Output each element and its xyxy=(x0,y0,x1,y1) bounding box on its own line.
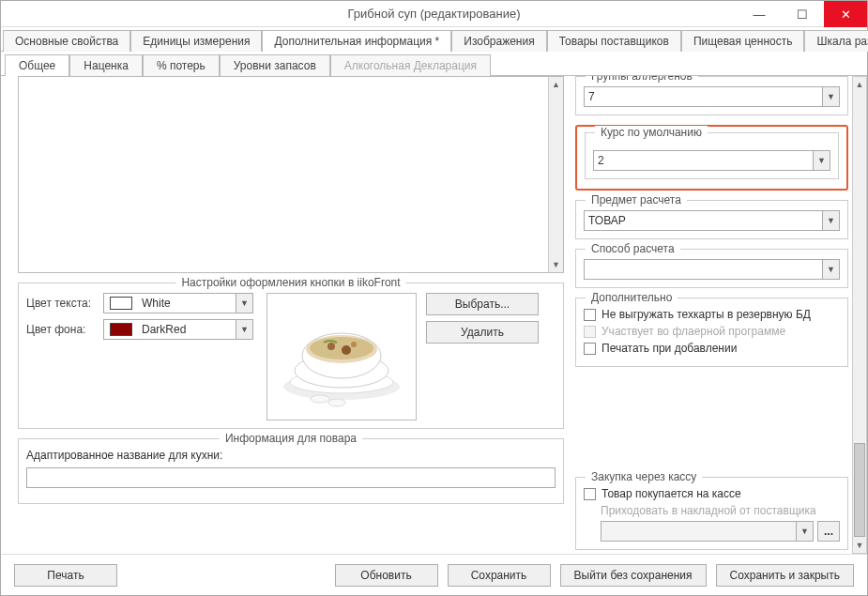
calc-subject-combo[interactable]: ТОВАР ▼ xyxy=(584,210,840,231)
bg-color-combo[interactable]: DarkRed ▼ xyxy=(103,319,253,340)
subtab-markup[interactable]: Наценка xyxy=(69,54,143,76)
calc-subject-legend: Предмет расчета xyxy=(586,193,687,206)
button-design-legend: Настройки оформления кнопки в iikoFront xyxy=(175,276,405,289)
print-button[interactable]: Печать xyxy=(14,564,117,587)
tab-nutrition[interactable]: Пищевая ценность xyxy=(681,30,805,52)
opt-pos-buy-row[interactable]: Товар покупается на кассе xyxy=(584,487,840,500)
delete-image-button[interactable]: Удалить xyxy=(426,321,539,344)
minimize-button[interactable]: — xyxy=(738,1,781,27)
bg-color-swatch xyxy=(110,323,132,336)
supplier-invoice-combo: ▼ xyxy=(601,521,814,542)
text-color-value: White xyxy=(138,297,236,310)
cook-info-legend: Информация для повара xyxy=(220,432,362,445)
save-and-close-button[interactable]: Сохранить и закрыть xyxy=(716,564,854,587)
cook-info-group: Информация для повара Адаптированное наз… xyxy=(18,438,564,504)
chevron-down-icon: ▼ xyxy=(813,151,830,170)
default-course-combo[interactable]: 2 ▼ xyxy=(593,150,830,171)
opt-print-on-add-label: Печатать при добавлении xyxy=(602,342,737,355)
text-color-label: Цвет текста: xyxy=(26,297,103,310)
choose-image-button[interactable]: Выбрать... xyxy=(426,293,539,315)
scroll-up-icon[interactable]: ▲ xyxy=(549,77,563,92)
additional-group: Дополнительно Не выгружать техкарты в ре… xyxy=(575,298,848,367)
chevron-down-icon: ▼ xyxy=(236,320,252,339)
text-color-combo[interactable]: White ▼ xyxy=(103,293,253,313)
tab-additional-info[interactable]: Дополнительная информация * xyxy=(262,30,451,52)
calc-method-legend: Способ расчета xyxy=(586,242,680,255)
page-scrollbar[interactable]: ▲ ▼ xyxy=(852,76,867,554)
chevron-down-icon: ▼ xyxy=(822,211,839,230)
sub-tabstrip: Общее Наценка % потерь Уровни запасов Ал… xyxy=(1,52,867,76)
pos-purchase-group: Закупка через кассу Товар покупается на … xyxy=(575,477,848,550)
adapted-name-input[interactable] xyxy=(26,467,556,488)
svg-point-7 xyxy=(342,345,351,355)
main-tabstrip: Основные свойства Единицы измерения Допо… xyxy=(1,27,867,52)
calc-method-combo[interactable]: ▼ xyxy=(584,259,840,280)
svg-point-9 xyxy=(311,395,329,403)
additional-legend: Дополнительно xyxy=(586,291,678,304)
allergen-groups-legend: Группы аллергенов xyxy=(586,76,698,83)
content-area: ▲ ▼ Настройки оформления кнопки в iikoFr… xyxy=(1,76,867,554)
right-column: Группы аллергенов 7 ▼ Курс по умолчанию … xyxy=(575,76,861,554)
calc-method-group: Способ расчета ▼ xyxy=(575,249,848,288)
bg-color-value: DarkRed xyxy=(138,323,236,336)
tab-images[interactable]: Изображения xyxy=(451,30,546,52)
button-design-group: Настройки оформления кнопки в iikoFront … xyxy=(18,283,564,429)
supplier-browse-button[interactable]: ... xyxy=(817,521,840,542)
footer-bar: Печать Обновить Сохранить Выйти без сохр… xyxy=(1,554,867,595)
save-button[interactable]: Сохранить xyxy=(448,564,551,587)
scroll-thumb[interactable] xyxy=(854,443,865,537)
scroll-down-icon[interactable]: ▼ xyxy=(549,257,563,272)
calc-subject-value: ТОВАР xyxy=(585,214,822,227)
opt-flyer-label: Участвует во флаерной программе xyxy=(602,325,785,338)
refresh-button[interactable]: Обновить xyxy=(335,564,438,587)
titlebar: Грибной суп (редактирование) — ☐ ✕ xyxy=(1,1,867,27)
chevron-down-icon: ▼ xyxy=(822,87,839,106)
subtab-general[interactable]: Общее xyxy=(5,54,69,76)
opt-no-export-label: Не выгружать техкарты в резервную БД xyxy=(602,308,811,321)
soup-image-icon xyxy=(271,298,412,416)
svg-point-6 xyxy=(327,343,335,350)
opt-print-on-add-row[interactable]: Печатать при добавлении xyxy=(584,342,840,355)
default-course-value: 2 xyxy=(594,154,813,167)
textarea-scrollbar[interactable]: ▲ ▼ xyxy=(548,77,563,272)
bg-color-label: Цвет фона: xyxy=(26,323,103,336)
button-preview-image xyxy=(266,293,417,420)
tab-supplier-goods[interactable]: Товары поставщиков xyxy=(547,30,681,52)
chevron-down-icon: ▼ xyxy=(822,260,839,279)
calc-subject-group: Предмет расчета ТОВАР ▼ xyxy=(575,200,848,239)
description-textarea[interactable]: ▲ ▼ xyxy=(18,76,564,273)
checkbox-icon xyxy=(584,326,596,338)
chevron-down-icon: ▼ xyxy=(236,294,252,313)
checkbox-icon[interactable] xyxy=(584,488,596,500)
allergen-groups-group: Группы аллергенов 7 ▼ xyxy=(575,76,848,115)
scroll-down-icon[interactable]: ▼ xyxy=(853,538,866,553)
checkbox-icon[interactable] xyxy=(584,309,596,321)
tab-main-props[interactable]: Основные свойства xyxy=(3,30,130,52)
allergen-groups-combo[interactable]: 7 ▼ xyxy=(584,86,840,107)
scroll-up-icon[interactable]: ▲ xyxy=(853,77,866,92)
tab-size-scale[interactable]: Шкала размеров xyxy=(804,30,868,52)
subtab-alcohol-declaration: Алкогольная Декларация xyxy=(330,54,491,76)
maximize-button[interactable]: ☐ xyxy=(781,1,824,27)
opt-pos-buy-label: Товар покупается на кассе xyxy=(602,487,741,500)
checkbox-icon[interactable] xyxy=(584,343,596,355)
left-column: ▲ ▼ Настройки оформления кнопки в iikoFr… xyxy=(18,76,564,554)
svg-point-8 xyxy=(351,342,357,347)
default-course-legend: Курс по умолчанию xyxy=(595,126,708,139)
close-button[interactable]: ✕ xyxy=(824,1,867,27)
svg-point-10 xyxy=(328,399,345,406)
opt-flyer-row: Участвует во флаерной программе xyxy=(584,325,840,338)
window-buttons: — ☐ ✕ xyxy=(738,1,867,27)
allergen-groups-value: 7 xyxy=(585,90,822,103)
default-course-highlight: Курс по умолчанию 2 ▼ xyxy=(575,125,848,191)
tab-units[interactable]: Единицы измерения xyxy=(130,30,262,52)
subtab-loss-pct[interactable]: % потерь xyxy=(143,54,220,76)
pos-purchase-legend: Закупка через кассу xyxy=(586,470,702,483)
text-color-swatch xyxy=(110,297,132,310)
adapted-name-label: Адаптированное название для кухни: xyxy=(26,449,556,462)
opt-no-export-row[interactable]: Не выгружать техкарты в резервную БД xyxy=(584,308,840,321)
exit-without-save-button[interactable]: Выйти без сохранения xyxy=(560,564,707,587)
chevron-down-icon: ▼ xyxy=(796,522,813,541)
supplier-invoice-label: Приходовать в накладной от поставщика xyxy=(584,504,840,517)
subtab-stock-levels[interactable]: Уровни запасов xyxy=(220,54,330,76)
